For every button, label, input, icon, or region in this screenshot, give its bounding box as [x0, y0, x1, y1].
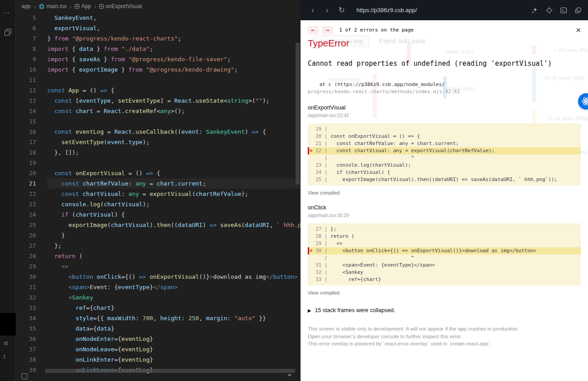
code-line[interactable]: if (chartVisual) { — [47, 209, 301, 220]
collapse-chevron-icon[interactable]: ^ — [287, 373, 292, 381]
code-line[interactable]: import { saveAs } from "@progress/kendo-… — [47, 54, 301, 64]
forward-button[interactable]: › — [321, 6, 333, 14]
code-line[interactable]: console.log(chartVisual); — [47, 199, 301, 209]
code-block: 19 | 20 | const onExportVisual = () => {… — [308, 123, 581, 186]
code-line[interactable] — [47, 116, 301, 127]
line-number[interactable]: 17 — [16, 137, 36, 147]
line-number[interactable]: 14 — [16, 106, 36, 116]
code-line[interactable]: }; — [47, 240, 301, 251]
line-number[interactable]: 9 — [16, 54, 36, 64]
line-number[interactable]: 7 — [16, 33, 36, 44]
editor-corner-button[interactable] — [22, 373, 27, 379]
line-number[interactable]: 23 — [16, 199, 36, 209]
code-line[interactable]: <Sankey — [47, 292, 301, 303]
line-number[interactable]: 13 — [16, 95, 36, 106]
line-number[interactable]: 22 — [16, 189, 36, 199]
sparkle-icon[interactable] — [531, 7, 538, 14]
line-number[interactable]: 5 — [16, 13, 36, 23]
line-number[interactable]: 12 — [16, 85, 36, 95]
close-icon[interactable]: × — [576, 26, 581, 34]
line-number[interactable]: 35 — [16, 323, 36, 334]
line-number[interactable]: 32 — [16, 292, 36, 303]
code-line[interactable]: onNodeEnter={eventLog} — [47, 334, 301, 344]
vertical-scrollbar[interactable] — [296, 43, 300, 185]
breadcrumb: app › main.tsx › App › onExportVisual — [16, 0, 301, 13]
line-number[interactable]: 6 — [16, 23, 36, 33]
code-line[interactable]: const chartRefValue: any = chart.current… — [47, 178, 301, 189]
line-number[interactable]: 26 — [16, 230, 36, 240]
code-line[interactable]: import { data } from "./data"; — [47, 44, 301, 54]
code-line[interactable]: ref={chart} — [47, 303, 301, 313]
breadcrumb-item-file[interactable]: main.tsx — [39, 3, 67, 9]
line-number[interactable]: 38 — [16, 354, 36, 365]
code-line[interactable]: style={{ maxWidth: 700, height: 250, mar… — [47, 313, 301, 323]
line-number[interactable]: 37 — [16, 344, 36, 354]
error-title: TypeError — [308, 38, 581, 49]
code-line[interactable]: data={data} — [47, 323, 301, 334]
code-line[interactable]: <span>Event: {eventType}</span> — [47, 282, 301, 292]
line-number[interactable]: 24 — [16, 209, 36, 220]
line-number[interactable]: 15 — [16, 116, 36, 127]
code-line[interactable]: import { exportImage } from "@progress/k… — [47, 64, 301, 75]
overflow-menu-icon[interactable]: ··· — [3, 9, 10, 16]
code-line[interactable]: exportVisual, — [47, 23, 301, 33]
code-line[interactable]: } from "@progress/kendo-react-charts"; — [47, 33, 301, 44]
code-line[interactable]: } — [47, 230, 301, 240]
code-line[interactable] — [47, 75, 301, 85]
code-line[interactable]: const chart = React.createRef<any>(); — [47, 106, 301, 116]
prev-error-button[interactable]: ← — [308, 26, 319, 34]
code-line[interactable]: const App = () => { — [47, 85, 301, 95]
code-frame-line: 27 | }; — [308, 226, 581, 233]
breadcrumb-item-app[interactable]: app — [22, 3, 31, 9]
line-number[interactable]: 27 — [16, 240, 36, 251]
line-number[interactable]: 28 — [16, 251, 36, 261]
code-line[interactable]: exportImage(chartVisual).then((dataURI) … — [47, 220, 301, 230]
chevron-right-icon: › — [70, 3, 72, 10]
target-icon[interactable] — [546, 7, 553, 14]
view-compiled-link[interactable]: View compiled — [308, 190, 581, 195]
back-button[interactable]: ‹ — [307, 6, 319, 14]
line-number[interactable]: 29 — [16, 261, 36, 272]
line-number[interactable]: 34 — [16, 313, 36, 323]
console-icon[interactable] — [560, 7, 567, 14]
code-line[interactable]: setEventType(event.type); — [47, 137, 301, 147]
line-number[interactable]: 19 — [16, 158, 36, 168]
code-editor[interactable]: 5678910111213141516171819202122232425262… — [16, 13, 301, 381]
breadcrumb-item-app-symbol[interactable]: App — [75, 3, 91, 9]
code-block: 27 | }; 28 | return ( 29 | <>> 30 | <but… — [308, 223, 581, 286]
horizontal-scrollbar[interactable] — [45, 369, 295, 373]
code-line[interactable]: return ( — [47, 251, 301, 261]
line-number[interactable]: 18 — [16, 147, 36, 158]
line-number[interactable]: 20 — [16, 168, 36, 178]
line-number[interactable]: 11 — [16, 75, 36, 85]
activity-bar: ··· st t — [0, 0, 16, 381]
line-number[interactable]: 10 — [16, 64, 36, 75]
code-line[interactable]: onNodeLeave={eventLog} — [47, 344, 301, 354]
code-line[interactable]: onLinkEnter={eventLog} — [47, 354, 301, 365]
line-number[interactable]: 25 — [16, 220, 36, 230]
code-line[interactable]: }, []); — [47, 147, 301, 158]
line-number[interactable]: 21 — [16, 178, 36, 189]
line-number[interactable]: 31 — [16, 282, 36, 292]
reload-button[interactable]: ↻ — [336, 6, 347, 14]
code-line[interactable]: const [eventType, setEventType] = React.… — [47, 95, 301, 106]
code-line[interactable]: const onExportVisual = () => { — [47, 168, 301, 178]
url-bar[interactable]: https://p386z9.csb.app/ — [356, 7, 529, 14]
collapsed-frames-toggle[interactable]: ▶ 15 stack frames were collapsed. — [308, 307, 581, 313]
code-line[interactable]: <button onClick={() => onExportVisual()}… — [47, 272, 301, 282]
line-number[interactable]: 8 — [16, 44, 36, 54]
restore-layout-icon[interactable] — [5, 29, 11, 36]
line-number[interactable]: 16 — [16, 127, 36, 137]
code-line[interactable]: SankeyEvent, — [47, 13, 301, 23]
view-compiled-link[interactable]: View compiled — [308, 290, 581, 295]
code-line[interactable]: const eventLog = React.useCallback((even… — [47, 127, 301, 137]
code-line[interactable]: <> — [47, 261, 301, 272]
popout-icon[interactable] — [574, 7, 582, 14]
next-error-button[interactable]: → — [322, 26, 333, 34]
breadcrumb-item-function-symbol[interactable]: onExportVisual — [99, 3, 142, 9]
code-line[interactable] — [47, 158, 301, 168]
line-number[interactable]: 33 — [16, 303, 36, 313]
line-number[interactable]: 30 — [16, 272, 36, 282]
line-number[interactable]: 36 — [16, 334, 36, 344]
code-line[interactable]: const chartVisual: any = exportVisual(ch… — [47, 189, 301, 199]
